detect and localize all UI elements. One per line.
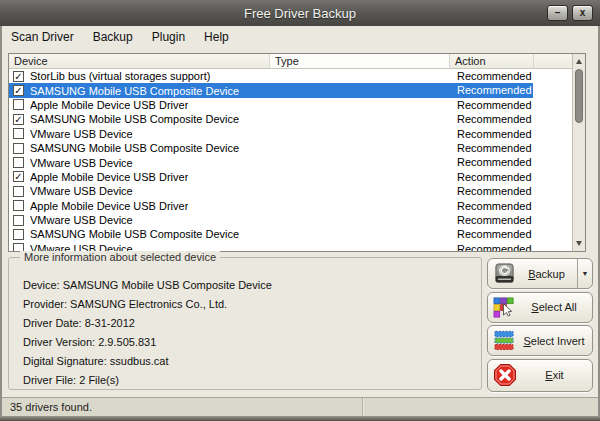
device-name: VMware USB Device [30,185,133,197]
device-name: SAMSUNG Mobile USB Composite Device [30,142,239,154]
row-checkbox[interactable] [13,157,24,168]
select-all-button-label: Select All [516,301,592,313]
device-row[interactable]: ✓ StorLib bus (virtual storages support)… [9,69,533,83]
red-octagon-x-icon [493,363,517,387]
scroll-down-icon[interactable] [573,237,585,249]
scrollbar-thumb[interactable] [575,69,583,123]
device-row[interactable]: Apple Mobile Device USB Driver Recommend… [9,98,533,112]
device-row[interactable]: SAMSUNG Mobile USB Composite Device Reco… [9,227,533,241]
device-row[interactable]: ✓ SAMSUNG Mobile USB Composite Device Re… [9,83,533,97]
action-value: Recommended [457,84,532,96]
action-value: Recommended [457,200,532,212]
row-checkbox[interactable] [13,243,24,251]
menu-scan-driver[interactable]: Scan Driver [11,30,74,44]
status-bar: 35 drivers found. [2,397,598,416]
device-name: VMware USB Device [30,157,133,169]
action-value: Recommended [457,128,532,140]
exit-button[interactable]: Exit [487,359,593,392]
row-checkbox[interactable]: ✓ [13,171,24,182]
window-controls: – x [547,5,593,21]
menu-backup[interactable]: Backup [93,30,133,44]
device-name: SAMSUNG Mobile USB Composite Device [30,228,239,240]
device-name: Apple Mobile Device USB Driver [30,200,188,212]
drive-clock-icon [493,262,516,285]
device-name: VMware USB Device [30,214,133,226]
action-value: Recommended [457,228,532,240]
status-pane-right [362,398,598,416]
action-value: Recommended [457,99,532,111]
backup-button-label: Backup [516,268,577,280]
select-invert-button-label: Select Invert [516,335,592,347]
device-row[interactable]: ✓ SAMSUNG Mobile USB Composite Device Re… [9,112,533,126]
row-checkbox[interactable] [13,186,24,197]
scroll-up-icon[interactable] [573,56,585,68]
device-row[interactable]: SAMSUNG Mobile USB Composite Device Reco… [9,141,533,155]
tiles-cursor-icon [493,296,516,319]
backup-dropdown-button[interactable]: ▼ [577,259,592,288]
row-checkbox[interactable]: ✓ [13,85,24,96]
status-text: 35 drivers found. [2,398,362,416]
window-bottom-edge [0,416,600,421]
row-checkbox[interactable]: ✓ [13,114,24,125]
column-header-filler [534,54,572,69]
action-value: Recommended [457,70,532,82]
menu-bar: Scan Driver Backup Plugin Help [2,26,598,48]
title-bar: Free Driver Backup – x [0,0,600,26]
action-value: Recommended [457,171,532,183]
close-button[interactable]: x [572,5,593,21]
device-row[interactable]: VMware USB Device Recommended [9,213,533,227]
device-list-content: Device Type Action ✓ StorLib bus (virtua… [9,54,572,251]
info-driver-version: Driver Version: 2.9.505.831 [23,335,481,354]
info-device: Device: SAMSUNG Mobile USB Composite Dev… [23,278,481,297]
chevron-down-icon: ▼ [582,270,589,277]
minimize-button[interactable]: – [547,5,568,21]
menu-plugin[interactable]: Plugin [152,30,185,44]
action-buttons: Backup ▼ Select All [487,258,593,394]
row-checkbox[interactable] [13,143,24,154]
column-header-device[interactable]: Device [9,54,270,69]
device-row[interactable]: VMware USB Device Recommended [9,127,533,141]
row-checkbox[interactable] [13,128,24,139]
device-row[interactable]: VMware USB Device Recommended [9,155,533,169]
action-value: Recommended [457,142,532,154]
action-value: Recommended [457,214,532,226]
stacked-bars-icon [493,329,516,352]
info-driver-date: Driver Date: 8-31-2012 [23,316,481,335]
device-name: VMware USB Device [30,243,133,251]
row-checkbox[interactable]: ✓ [13,71,24,82]
row-checkbox[interactable] [13,200,24,211]
row-checkbox[interactable] [13,99,24,110]
vertical-scrollbar[interactable] [572,54,585,251]
app-window: Free Driver Backup – x Scan Driver Backu… [0,0,600,421]
device-row[interactable]: VMware USB Device Recommended [9,184,533,198]
device-name: StorLib bus (virtual storages support) [30,70,210,82]
device-name: SAMSUNG Mobile USB Composite Device [30,85,239,97]
window-title: Free Driver Backup [244,6,356,21]
device-row[interactable]: ✓ Apple Mobile Device USB Driver Recomme… [9,170,533,184]
column-header-type[interactable]: Type [270,54,450,69]
backup-button[interactable]: Backup ▼ [487,258,593,289]
device-list-body: ✓ StorLib bus (virtual storages support)… [9,69,572,251]
info-provider: Provider: SAMSUNG Electronics Co., Ltd. [23,297,481,316]
row-checkbox[interactable] [13,215,24,226]
device-name: SAMSUNG Mobile USB Composite Device [30,113,239,125]
row-checkbox[interactable] [13,229,24,240]
action-value: Recommended [457,185,532,197]
action-value: Recommended [457,156,532,168]
column-header-action[interactable]: Action [450,54,534,69]
device-row[interactable]: VMware USB Device Recommended [9,242,533,251]
menu-help[interactable]: Help [204,30,229,44]
device-name: Apple Mobile Device USB Driver [30,99,188,111]
select-invert-button[interactable]: Select Invert [487,325,593,356]
device-row[interactable]: Apple Mobile Device USB Driver Recommend… [9,199,533,213]
device-name: VMware USB Device [30,128,133,140]
action-value: Recommended [457,113,532,125]
select-all-button[interactable]: Select All [487,292,593,323]
info-digital-signature: Digital Signature: ssudbus.cat [23,354,481,373]
action-value: Recommended [457,243,532,251]
list-header: Device Type Action [9,54,572,69]
device-info-groupbox: More information about selected device D… [8,257,482,390]
device-list: Device Type Action ✓ StorLib bus (virtua… [8,53,586,252]
device-name: Apple Mobile Device USB Driver [30,171,188,183]
exit-button-label: Exit [517,369,592,381]
